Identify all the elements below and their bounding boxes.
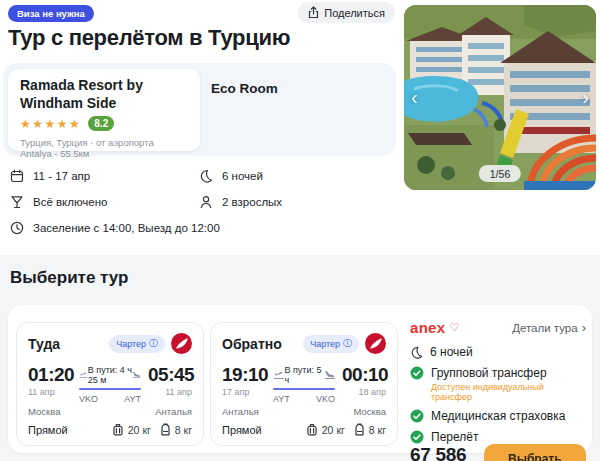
operator-logo: anex ♡: [410, 319, 460, 336]
arrival-time: 00:10: [342, 365, 386, 384]
backpack-icon: [160, 423, 171, 436]
arrival-airport-code: AYT: [124, 394, 141, 404]
summary-nights-row: 6 ночей: [410, 345, 586, 359]
suitcase-icon: [112, 423, 124, 436]
arrival-city: Москва: [342, 406, 386, 417]
hotel-photo-image: [404, 5, 596, 190]
share-icon: [308, 6, 319, 19]
feature-label: Перелёт: [431, 430, 478, 444]
backpack-icon: [354, 423, 365, 436]
trip-checkin-row: Заселение с 14:00, Выезд до 12:00: [10, 221, 220, 235]
departure-city: Москва: [28, 406, 72, 417]
moon-icon: [199, 169, 213, 183]
moon-icon: [410, 346, 423, 359]
trip-nights: 6 ночей: [222, 170, 263, 182]
charter-badge[interactable]: Чартер ⓘ: [109, 335, 165, 353]
check-circle-icon: [410, 430, 424, 444]
share-button[interactable]: Поделиться: [298, 2, 395, 23]
landing-icon: [324, 370, 335, 380]
heart-icon: ♡: [449, 321, 459, 334]
flight-stops: Прямой: [28, 424, 68, 436]
hotel-card[interactable]: Ramada Resort by Windham Side ★★★★★ 8.2 …: [8, 69, 200, 151]
departure-airport-code: VKO: [79, 394, 98, 404]
flight-card-outbound: Туда Чартер ⓘ 01:20 11 апр Москва: [16, 322, 204, 446]
trip-board: Всё включено: [33, 196, 108, 208]
page-title: Тур с перелётом в Турцию: [8, 25, 290, 51]
charter-label: Чартер: [310, 339, 340, 349]
hand-luggage-weight: 8 кг: [369, 424, 386, 436]
departure-date: 17 апр: [222, 387, 266, 397]
flight-direction: Туда: [28, 336, 60, 352]
gallery-next-button[interactable]: ›: [582, 87, 589, 107]
feature-note: Доступен индивидуальный трансфер: [431, 382, 586, 402]
hotel-stars: ★★★★★: [20, 117, 81, 131]
hotel-photo[interactable]: ‹ › 1/56: [404, 5, 596, 190]
arrival-city: Анталья: [148, 406, 192, 417]
feature-label: Групповой трансфер: [431, 366, 547, 380]
tour-details-link[interactable]: Детали тура ›: [512, 320, 586, 335]
tours-heading: Выберите тур: [10, 268, 128, 288]
tour-price: 67 586 ₽: [410, 444, 484, 461]
info-icon: ⓘ: [149, 337, 158, 350]
cocktail-icon: [10, 195, 24, 209]
trip-nights-row: 6 ночей: [199, 169, 263, 183]
tour-summary-panel: anex ♡ Детали тура › 6 ночей: [410, 319, 586, 443]
departure-date: 11 апр: [28, 387, 72, 397]
check-circle-icon: [410, 366, 424, 380]
charter-badge[interactable]: Чартер ⓘ: [303, 335, 359, 353]
airline-logo-icon: [171, 333, 192, 354]
hand-luggage-allowance: 8 кг: [354, 423, 386, 436]
baggage-allowance: 20 кг: [112, 423, 151, 436]
hand-luggage-allowance: 8 кг: [160, 423, 192, 436]
check-circle-icon: [410, 409, 424, 423]
departure-airport-code: AYT: [273, 394, 290, 404]
departure-city: Анталья: [222, 406, 266, 417]
departure-time: 19:10: [222, 365, 266, 384]
hand-luggage-weight: 8 кг: [175, 424, 192, 436]
flight-direction: Обратно: [222, 336, 282, 352]
flight-card-return: Обратно Чартер ⓘ 19:10 17 апр Антал: [210, 322, 398, 446]
operator-name: anex: [410, 319, 445, 336]
hotel-location: Турция, Турция · от аэропорта Antalya - …: [20, 137, 188, 159]
tour-details-label: Детали тура: [512, 322, 577, 334]
arrival-date: 18 апр: [342, 387, 386, 397]
tours-section: Выберите тур Туда Чартер ⓘ: [0, 255, 600, 461]
feature-label: Медицинская страховка: [431, 409, 565, 423]
baggage-weight: 20 кг: [128, 424, 151, 436]
gallery-counter: 1/56: [479, 165, 521, 182]
select-tour-button[interactable]: Выбрать тур: [484, 444, 586, 461]
feature-flight: Перелёт: [410, 430, 586, 444]
trip-dates-row: 11 - 17 апр: [10, 169, 90, 183]
landing-icon: [132, 370, 141, 380]
visa-badge: Виза не нужна: [8, 5, 94, 22]
flight-duration: В пути: 4 ч 25 м: [88, 365, 132, 385]
trip-dates: 11 - 17 апр: [33, 170, 90, 182]
hotel-summary-box: Ramada Resort by Windham Side ★★★★★ 8.2 …: [3, 63, 396, 156]
arrival-time: 05:45: [148, 365, 192, 384]
summary-nights: 6 ночей: [430, 345, 473, 359]
arrival-airport-code: VKO: [316, 394, 335, 404]
arrival-date: 11 апр: [148, 387, 192, 397]
departure-time: 01:20: [28, 365, 72, 384]
flight-duration: В пути: 5 ч: [284, 365, 323, 385]
flight-path-line: [79, 388, 141, 390]
flight-path-line: [273, 388, 335, 390]
chevron-right-icon: ›: [582, 320, 586, 335]
trip-checkinout: Заселение с 14:00, Выезд до 12:00: [33, 222, 220, 234]
calendar-icon: [10, 169, 24, 183]
takeoff-icon: [273, 370, 284, 380]
person-icon: [199, 195, 213, 209]
room-name: Eco Room: [211, 81, 278, 96]
baggage-allowance: 20 кг: [306, 423, 345, 436]
trip-guests: 2 взрослых: [222, 196, 282, 208]
flight-stops: Прямой: [222, 424, 262, 436]
info-icon: ⓘ: [343, 337, 352, 350]
clock-icon: [10, 221, 24, 235]
gallery-prev-button[interactable]: ‹: [411, 87, 418, 107]
hotel-name: Ramada Resort by Windham Side: [20, 77, 188, 112]
charter-label: Чартер: [116, 339, 146, 349]
hotel-rating-badge: 8.2: [88, 116, 114, 131]
takeoff-icon: [79, 370, 88, 380]
feature-transfer: Групповой трансфер Доступен индивидуальн…: [410, 366, 586, 402]
suitcase-icon: [306, 423, 318, 436]
